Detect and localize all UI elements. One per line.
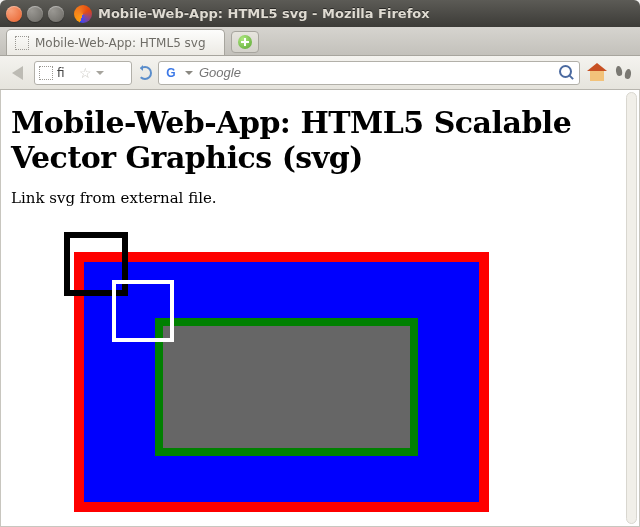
home-button[interactable] [586, 63, 608, 83]
google-engine-icon: G [163, 65, 179, 81]
svg-embed [11, 227, 623, 527]
search-input[interactable] [199, 65, 553, 80]
tab-label: Mobile-Web-App: HTML5 svg [35, 36, 206, 50]
reload-button[interactable] [138, 66, 152, 80]
new-tab-button[interactable] [231, 31, 259, 53]
navigation-toolbar: fi ☆ G [0, 56, 640, 90]
arrow-left-icon [12, 66, 23, 80]
close-window-button[interactable] [6, 6, 22, 22]
maximize-window-button[interactable] [48, 6, 64, 22]
home-body-icon [590, 71, 604, 81]
content-viewport: Mobile-Web-App: HTML5 Scalable Vector Gr… [0, 90, 640, 527]
demo-svg [39, 227, 509, 527]
page-content: Mobile-Web-App: HTML5 Scalable Vector Gr… [1, 90, 639, 527]
page-favicon-placeholder-icon [15, 36, 29, 50]
search-engine-chevron-icon[interactable] [185, 71, 193, 75]
page-paragraph: Link svg from external file. [11, 189, 623, 207]
minimize-window-button[interactable] [27, 6, 43, 22]
tab-strip: Mobile-Web-App: HTML5 svg [0, 27, 640, 56]
search-bar[interactable]: G [158, 61, 580, 85]
firefox-icon [74, 5, 92, 23]
window-buttons [6, 6, 64, 22]
chevron-down-icon[interactable] [96, 71, 104, 75]
site-identity-icon [39, 66, 53, 80]
url-text: fi [57, 66, 75, 80]
vertical-scrollbar[interactable] [626, 92, 637, 524]
bookmark-star-icon[interactable]: ☆ [79, 66, 92, 80]
window-title: Mobile-Web-App: HTML5 svg - Mozilla Fire… [98, 6, 430, 21]
home-roof-icon [587, 63, 607, 71]
search-submit-button[interactable] [559, 65, 575, 81]
svg-rect-inner [159, 322, 414, 452]
plus-icon [238, 35, 252, 49]
page-heading: Mobile-Web-App: HTML5 Scalable Vector Gr… [11, 106, 623, 175]
footprint-icon[interactable] [614, 64, 634, 82]
url-bar[interactable]: fi ☆ [34, 61, 132, 85]
window-titlebar: Mobile-Web-App: HTML5 svg - Mozilla Fire… [0, 0, 640, 27]
tab-active[interactable]: Mobile-Web-App: HTML5 svg [6, 29, 225, 55]
back-button[interactable] [6, 63, 28, 83]
